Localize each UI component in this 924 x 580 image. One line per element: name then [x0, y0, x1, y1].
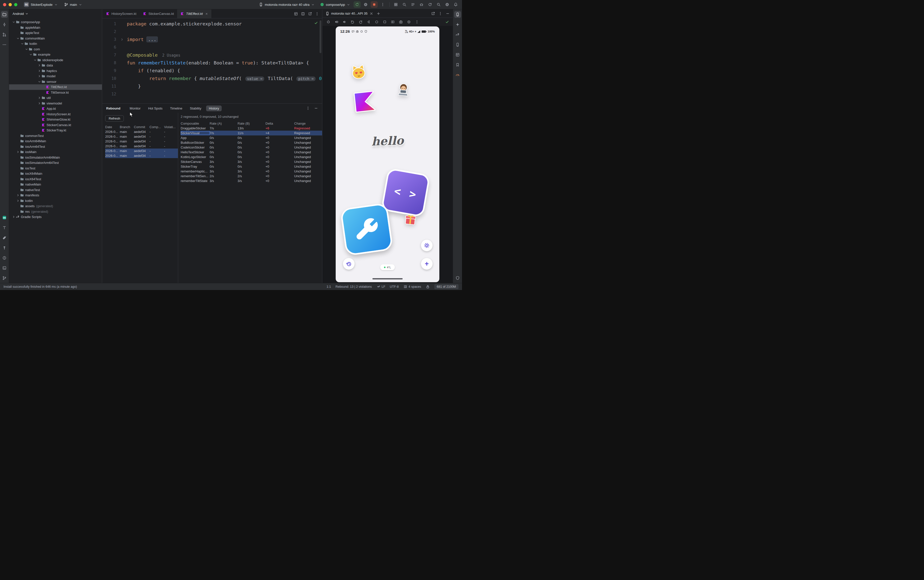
gift-emoji-sticker[interactable]: [404, 213, 417, 226]
editor-layout-icon[interactable]: [294, 12, 298, 16]
tree-item-tiltsensor-kt[interactable]: TiltSensor.kt: [9, 90, 102, 96]
minimize-window-button[interactable]: [8, 3, 12, 6]
rebound-tab-history[interactable]: History: [206, 105, 222, 111]
layout-inspector-icon[interactable]: [454, 51, 461, 58]
tree-item-iosarm64main[interactable]: iosArm64Main: [9, 138, 102, 144]
ai-assistant-icon[interactable]: [454, 21, 461, 28]
tree-item-iossimulatorarm64test[interactable]: iosSimulatorArm64Test: [9, 160, 102, 166]
tree-item-commontest[interactable]: commonTest: [9, 133, 102, 139]
device-more-icon[interactable]: [414, 20, 419, 25]
chevron-right-icon[interactable]: [16, 194, 20, 197]
volume-down-icon[interactable]: [342, 20, 347, 25]
tree-item-com[interactable]: com: [9, 46, 102, 52]
tree-item-iosx64test[interactable]: iosX64Test: [9, 176, 102, 182]
zoom-window-button[interactable]: [14, 3, 17, 6]
fold-icon[interactable]: [390, 20, 395, 25]
results-table-row[interactable]: StickerTray0/s0/s+0Unchanged: [181, 164, 322, 169]
editor-scrollbar[interactable]: [320, 20, 321, 53]
rebound-tab-monitor[interactable]: Monitor: [127, 105, 143, 111]
tree-item-iosmain[interactable]: iosMain: [9, 149, 102, 155]
code-line[interactable]: 7@Composable 2 Usages: [102, 51, 322, 59]
tree-item-assets[interactable]: assets(generated): [9, 203, 102, 209]
rerun-button[interactable]: [353, 1, 361, 8]
rebound-status-widget[interactable]: Rebound: 13 | 2 violations: [335, 285, 372, 288]
commit-icon[interactable]: [1, 21, 8, 28]
tree-item-iosx64main[interactable]: iosX64Main: [9, 171, 102, 176]
problems-icon[interactable]: [1, 254, 8, 261]
todo-list-icon[interactable]: [409, 1, 416, 8]
device-tab[interactable]: motorola razr 40...API 35: [326, 12, 373, 16]
runs-table-row[interactable]: 2026-0...mainaedef34--: [105, 139, 178, 144]
tree-item-util[interactable]: util: [9, 95, 102, 101]
hide-panel-icon[interactable]: [446, 12, 450, 16]
run-settings-icon[interactable]: [362, 1, 369, 8]
stop-button[interactable]: [371, 1, 378, 8]
tree-item-example[interactable]: example: [9, 52, 102, 58]
chevron-right-icon[interactable]: [37, 96, 41, 99]
tree-item-shimmerglow-kt[interactable]: ShimmerGlow.kt: [9, 117, 102, 122]
results-table-row[interactable]: StickerCanvas3/s3/s+0Unchanged: [181, 159, 322, 164]
editor-more-icon[interactable]: [315, 12, 319, 16]
runs-column-header[interactable]: Comp...: [150, 125, 164, 129]
fold-marker-icon[interactable]: [120, 38, 127, 41]
results-column-header[interactable]: Rate (B): [238, 122, 265, 125]
editor-tab-stickercanvas-kt[interactable]: StickerCanvas.kt: [140, 9, 177, 18]
wrench-sticker[interactable]: [340, 203, 393, 256]
tree-item-iostest[interactable]: iosTest: [9, 166, 102, 171]
overview-icon[interactable]: [382, 20, 387, 25]
hello-text-sticker[interactable]: hello: [336, 132, 439, 150]
chevron-right-icon[interactable]: [12, 215, 16, 219]
chevron-right-icon[interactable]: [16, 150, 20, 153]
panel-options-icon[interactable]: [306, 106, 310, 110]
results-table-row[interactable]: BuildIconSticker0/s0/s+0Unchanged: [181, 140, 322, 145]
panel-options-icon[interactable]: [438, 12, 442, 16]
tree-item-data[interactable]: data: [9, 63, 102, 68]
encoding-widget[interactable]: UTF-8: [390, 285, 399, 288]
editor-tab-historyscreen-kt[interactable]: HistoryScreen.kt: [103, 9, 140, 18]
results-table-row[interactable]: StickerVisual7/s11/s+4Regressed: [181, 131, 322, 135]
rotate-left-icon[interactable]: [350, 20, 355, 25]
code-bracket-sticker[interactable]: < >: [381, 168, 431, 218]
close-tab-icon[interactable]: [205, 12, 208, 15]
settings-icon[interactable]: [444, 1, 450, 8]
memory-indicator[interactable]: 681 of 2100M: [434, 284, 459, 289]
code-line[interactable]: 10 return remember { mutableStateOf( val…: [102, 74, 322, 82]
project-selector[interactable]: SE StickerExplode: [22, 1, 60, 8]
tree-item-stickerexplode[interactable]: stickerexplode: [9, 58, 102, 63]
sync-icon[interactable]: [427, 1, 433, 8]
play-protect-icon[interactable]: [454, 275, 461, 282]
code-line[interactable]: 6: [102, 43, 322, 51]
kotlin-logo-sticker[interactable]: [353, 91, 376, 113]
editor-tab-tilteffect-kt[interactable]: TiltEffect.kt: [177, 9, 211, 18]
code-editor[interactable]: 1package com.example.stickerexplode.sens…: [102, 18, 322, 104]
results-table-row[interactable]: App0/s0/s+0Unchanged: [181, 135, 322, 140]
runs-table-row[interactable]: 2026-0...mainaedef34--: [105, 144, 178, 148]
open-in-window-icon[interactable]: [431, 12, 435, 16]
open-in-window-icon[interactable]: [308, 12, 312, 16]
runs-table-row[interactable]: 2026-0...mainaedef34--: [105, 153, 178, 158]
project-view-selector[interactable]: Android: [9, 9, 102, 18]
minimize-panel-icon[interactable]: [314, 106, 318, 110]
screenshot-icon[interactable]: [398, 20, 403, 25]
device-manager-icon[interactable]: [454, 41, 461, 48]
runs-table-row[interactable]: 2026-0...mainaedef34--: [105, 148, 178, 153]
results-table-row[interactable]: DraggableSticker7/s13/s+6Regressed: [181, 126, 322, 131]
chevron-down-icon[interactable]: [37, 80, 41, 83]
terminal-icon[interactable]: [1, 265, 8, 271]
settings-fab[interactable]: [421, 240, 432, 251]
code-line[interactable]: 12: [102, 90, 322, 98]
chevron-down-icon[interactable]: [33, 58, 37, 62]
rebound-tab-stability[interactable]: Stability: [187, 105, 204, 111]
tree-item-nativemain[interactable]: nativeMain: [9, 182, 102, 187]
bookmarks-icon[interactable]: [454, 61, 461, 68]
results-table-row[interactable]: CodeIconSticker0/s0/s+0Unchanged: [181, 145, 322, 150]
results-table-row[interactable]: HelloTextSticker0/s0/s+0Unchanged: [181, 150, 322, 155]
tree-item-sensor[interactable]: sensor: [9, 79, 102, 84]
tree-item-haptics[interactable]: haptics: [9, 68, 102, 74]
tree-item-iossimulatorarm64main[interactable]: iosSimulatorArm64Main: [9, 155, 102, 160]
results-column-header[interactable]: Rate (A): [210, 122, 238, 125]
navigation-handle[interactable]: [372, 278, 403, 279]
chevron-right-icon[interactable]: [37, 74, 41, 78]
caret-position-widget[interactable]: 1:1: [327, 285, 331, 288]
chevron-down-icon[interactable]: [25, 48, 29, 51]
